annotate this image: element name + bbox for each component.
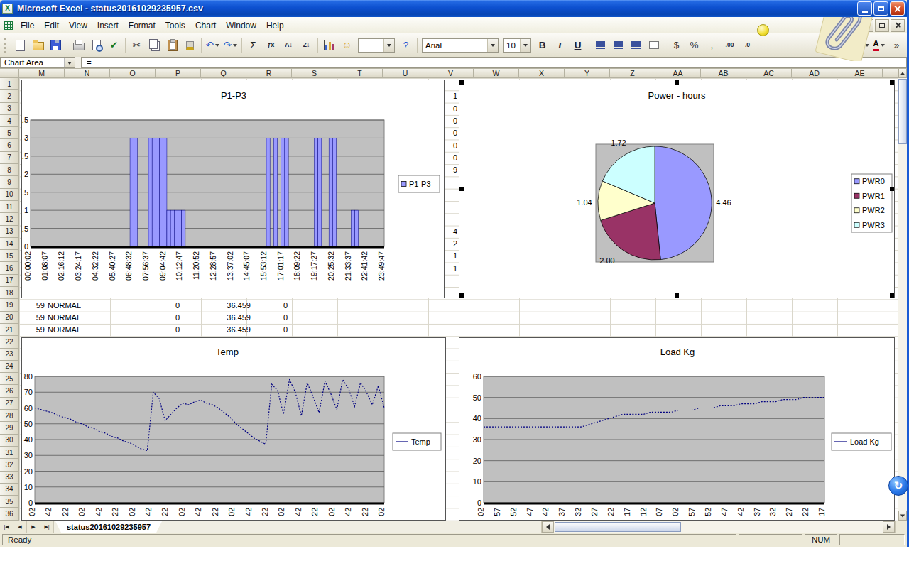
horizontal-scroll-thumb[interactable] [555, 522, 681, 532]
font-name-combo[interactable]: Arial [422, 38, 499, 53]
underline-button[interactable]: U [570, 37, 586, 53]
chart-temp[interactable]: Temp010203040506070800242220242220242220… [21, 337, 446, 521]
cell-value[interactable]: 0 [231, 300, 288, 312]
cell-value[interactable]: 0 [231, 324, 288, 336]
cell-value[interactable]: 0 [123, 312, 180, 324]
column-header-O[interactable]: O [110, 68, 156, 78]
cut-button[interactable]: ✂ [129, 37, 145, 53]
menu-file[interactable]: File [16, 18, 39, 33]
row-header-9[interactable]: 9 [0, 176, 19, 188]
selection-handle[interactable] [890, 80, 894, 85]
row-header-26[interactable]: 26 [0, 385, 19, 397]
row-header-28[interactable]: 28 [0, 410, 19, 422]
help-button[interactable]: ? [398, 37, 414, 53]
row-header-35[interactable]: 35 [0, 496, 19, 508]
name-box[interactable]: Chart Area [0, 57, 75, 68]
selection-handle[interactable] [675, 293, 679, 298]
scroll-right-button[interactable] [883, 521, 895, 533]
first-sheet-button[interactable]: |◀ [0, 521, 13, 533]
column-header-Q[interactable]: Q [201, 68, 246, 78]
comma-style-button[interactable]: , [704, 37, 720, 53]
cell-value[interactable]: 0 [123, 324, 180, 336]
sheet-tab-active[interactable]: status20161029235957 [55, 521, 162, 533]
row-header-16[interactable]: 16 [0, 262, 19, 274]
row-header-27[interactable]: 27 [0, 398, 19, 410]
row-header-21[interactable]: 21 [0, 324, 19, 336]
increase-decimal-button[interactable]: .00 [722, 37, 738, 53]
autosum-button[interactable]: Σ [245, 37, 261, 53]
open-button[interactable] [30, 37, 46, 53]
row-header-5[interactable]: 5 [0, 127, 19, 139]
workbook-close-button[interactable] [891, 19, 905, 32]
format-painter-button[interactable] [182, 37, 198, 53]
minimize-button[interactable] [857, 1, 872, 16]
chevron-down-icon[interactable] [487, 39, 498, 52]
chevron-down-icon[interactable] [233, 44, 237, 49]
column-header-P[interactable]: P [156, 68, 201, 78]
next-sheet-button[interactable]: ▶ [27, 521, 40, 533]
toolbar-options-button[interactable]: » [888, 37, 905, 53]
column-header-V[interactable]: V [428, 68, 474, 78]
bold-button[interactable]: B [534, 37, 550, 53]
cell-value[interactable]: 0 [231, 312, 288, 324]
column-header-AA[interactable]: AA [655, 68, 701, 78]
row-header-20[interactable]: 20 [0, 312, 19, 324]
cell-value[interactable]: NORMAL [48, 300, 81, 312]
toolbar-grip[interactable] [4, 38, 8, 53]
column-header-Z[interactable]: Z [610, 68, 655, 78]
menu-view[interactable]: View [64, 18, 92, 33]
row-header-17[interactable]: 17 [0, 275, 19, 287]
new-document-button[interactable] [12, 37, 28, 53]
column-header-AC[interactable]: AC [746, 68, 792, 78]
column-header-U[interactable]: U [383, 68, 428, 78]
horizontal-scrollbar[interactable] [541, 521, 895, 533]
menu-tools[interactable]: Tools [160, 18, 190, 33]
row-header-12[interactable]: 12 [0, 213, 19, 225]
row-header-34[interactable]: 34 [0, 484, 19, 496]
row-header-24[interactable]: 24 [0, 361, 19, 373]
chart-p1p3[interactable]: P1-P300.511.522.533.500:00:0201:08:0702:… [21, 80, 445, 298]
chevron-down-icon[interactable] [215, 44, 219, 49]
vertical-scroll-thumb[interactable] [898, 79, 907, 144]
undo-button[interactable]: ↶ [205, 37, 221, 53]
title-bar[interactable]: Microsoft Excel - status20161029235957.c… [0, 0, 907, 17]
row-header-18[interactable]: 18 [0, 287, 19, 299]
merge-and-center-button[interactable] [646, 37, 662, 53]
column-header-M[interactable]: M [19, 68, 65, 78]
selection-handle[interactable] [890, 293, 894, 298]
row-header-1[interactable]: 1 [0, 78, 19, 90]
row-header-11[interactable]: 11 [0, 201, 19, 213]
cell-value[interactable]: 0 [123, 300, 180, 312]
menu-edit[interactable]: Edit [39, 18, 64, 33]
menu-insert[interactable]: Insert [92, 18, 124, 33]
decrease-decimal-button[interactable]: .0 [739, 37, 756, 53]
column-header-AE[interactable]: AE [837, 68, 883, 78]
smiley-face-button[interactable]: ☺ [339, 37, 355, 53]
selection-handle[interactable] [459, 80, 464, 85]
row-header-10[interactable]: 10 [0, 189, 19, 201]
selection-handle[interactable] [459, 187, 464, 191]
chevron-down-icon[interactable] [881, 44, 885, 49]
row-header-13[interactable]: 13 [0, 226, 19, 238]
row-header-2[interactable]: 2 [0, 90, 19, 102]
print-preview-button[interactable] [88, 37, 104, 53]
row-header-8[interactable]: 8 [0, 164, 19, 176]
copy-button[interactable] [146, 37, 163, 53]
column-header-AD[interactable]: AD [792, 68, 837, 78]
row-header-19[interactable]: 19 [0, 299, 19, 311]
scroll-down-button[interactable] [898, 511, 907, 521]
row-header-31[interactable]: 31 [0, 447, 19, 459]
chevron-down-icon[interactable] [383, 39, 394, 52]
column-header-W[interactable]: W [474, 68, 519, 78]
row-header-14[interactable]: 14 [0, 238, 19, 250]
close-button[interactable] [890, 1, 905, 16]
chart-wizard-button[interactable] [321, 37, 337, 53]
currency-style-button[interactable]: $ [668, 37, 685, 53]
chart-load-kg[interactable]: Load Kg010203040506002575247423732272217… [459, 337, 895, 521]
row-header-6[interactable]: 6 [0, 139, 19, 151]
row-header-32[interactable]: 32 [0, 459, 19, 471]
row-header-7[interactable]: 7 [0, 152, 19, 164]
sort-descending-button[interactable]: Z↓ [298, 37, 315, 53]
scroll-left-button[interactable] [542, 521, 554, 533]
row-header-36[interactable]: 36 [0, 508, 19, 520]
